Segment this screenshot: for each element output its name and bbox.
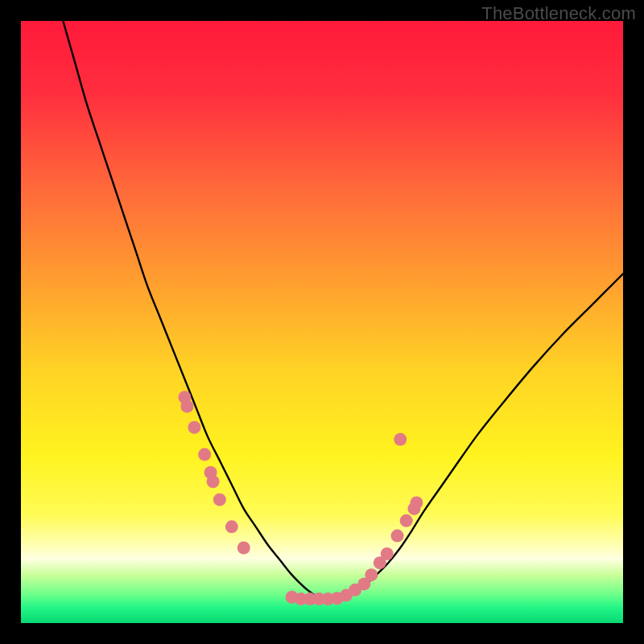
data-marker	[400, 514, 413, 527]
data-marker	[237, 542, 250, 555]
data-marker	[180, 400, 193, 413]
data-marker	[365, 568, 378, 581]
data-marker	[207, 475, 220, 488]
watermark-text: TheBottleneck.com	[481, 3, 636, 24]
plot-frame	[21, 21, 623, 623]
data-marker	[198, 448, 211, 461]
data-marker	[410, 496, 423, 509]
data-marker	[394, 433, 407, 446]
marker-layer	[21, 21, 623, 623]
data-marker	[391, 530, 404, 543]
data-marker	[381, 547, 394, 560]
data-marker	[213, 493, 226, 506]
marker-group	[178, 391, 423, 606]
data-marker	[188, 421, 200, 434]
data-marker	[225, 520, 238, 533]
